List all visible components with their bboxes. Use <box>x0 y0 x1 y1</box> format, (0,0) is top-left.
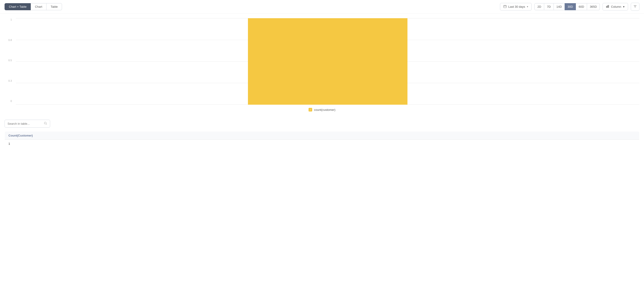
period-group: 2D 7D 14D 30D 60D 365D <box>534 3 600 10</box>
chart-view-button[interactable]: Chart <box>31 3 46 10</box>
y-label-0: 0 <box>10 100 14 102</box>
svg-line-11 <box>46 124 47 125</box>
svg-rect-6 <box>608 5 609 8</box>
y-label-03: 0.3 <box>8 79 14 82</box>
filter-button[interactable] <box>631 3 640 11</box>
column-chevron-icon: ▾ <box>623 5 625 8</box>
chart-area: 1 0.8 0.5 0.3 0 ✓ count(customer) <box>0 14 644 116</box>
period-7d-button[interactable]: 7D <box>544 3 554 10</box>
chart-container <box>16 18 640 105</box>
legend-checkbox: ✓ <box>308 108 312 112</box>
chart-legend: ✓ count(customer) <box>4 108 640 112</box>
table-body: 1 <box>5 140 640 148</box>
y-label-08: 0.8 <box>8 39 14 41</box>
bar-wrapper <box>16 18 640 105</box>
period-14d-button[interactable]: 14D <box>554 3 565 10</box>
period-60d-button[interactable]: 60D <box>576 3 587 10</box>
search-input[interactable] <box>8 122 42 125</box>
search-box[interactable] <box>4 120 50 128</box>
toolbar: Chart + Table Chart Table Last 30 days ▾… <box>0 0 644 14</box>
search-icon <box>44 122 47 126</box>
column-header-count-customer: Count(Customer) <box>5 132 640 140</box>
chart-bar <box>248 18 408 105</box>
chevron-down-icon: ▾ <box>527 5 528 8</box>
view-toggle: Chart + Table Chart Table <box>4 3 62 10</box>
date-range-label: Last 30 days <box>508 5 525 8</box>
chart-table-view-button[interactable]: Chart + Table <box>4 3 31 10</box>
legend-label: count(customer) <box>314 108 336 112</box>
table-header-row: Count(Customer) <box>5 132 640 140</box>
svg-rect-0 <box>504 5 506 8</box>
period-365d-button[interactable]: 365D <box>587 3 600 10</box>
y-label-05: 0.5 <box>8 59 14 62</box>
data-table: Count(Customer) 1 <box>4 131 640 148</box>
chart-column-icon <box>606 5 609 9</box>
table-row: 1 <box>5 140 640 148</box>
y-label-1: 1 <box>10 18 14 21</box>
calendar-icon <box>504 5 506 9</box>
period-2d-button[interactable]: 2D <box>534 3 544 10</box>
table-view-button[interactable]: Table <box>46 3 62 10</box>
column-selector-label: Column <box>611 5 621 8</box>
cell-count-customer: 1 <box>5 140 640 148</box>
svg-point-10 <box>44 122 46 124</box>
y-axis: 1 0.8 0.5 0.3 0 <box>4 18 14 102</box>
svg-rect-5 <box>607 5 608 8</box>
period-30d-button[interactable]: 30D <box>565 3 576 10</box>
column-selector-button[interactable]: Column ▾ <box>602 3 628 10</box>
table-header: Count(Customer) <box>5 132 640 140</box>
svg-rect-4 <box>606 6 607 8</box>
date-range-button[interactable]: Last 30 days ▾ <box>500 3 532 10</box>
filter-icon <box>633 4 637 8</box>
table-section: Count(Customer) 1 <box>0 116 644 151</box>
